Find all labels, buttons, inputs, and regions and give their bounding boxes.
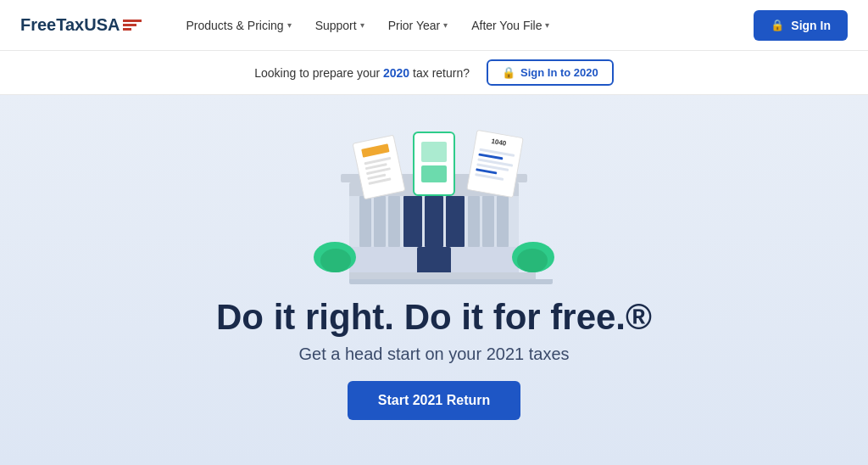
banner: Looking to prepare your 2020 tax return?…: [0, 51, 868, 95]
sign-in-button[interactable]: 🔒 Sign In: [754, 10, 848, 41]
chevron-down-icon: ▾: [287, 20, 292, 30]
hero-illustration: 1040: [290, 132, 578, 284]
logo[interactable]: FreeTaxUSA: [20, 15, 142, 35]
lock-icon: 🔒: [502, 66, 515, 79]
start-return-button[interactable]: Start 2021 Return: [348, 381, 521, 420]
chevron-down-icon: ▾: [360, 20, 364, 30]
banner-text: Looking to prepare your 2020 tax return?: [254, 66, 470, 80]
nav-links: Products & Pricing ▾ Support ▾ Prior Yea…: [175, 12, 754, 39]
sign-in-2020-button[interactable]: 🔒 Sign In to 2020: [487, 59, 614, 86]
navbar: FreeTaxUSA Products & Pricing ▾ Support …: [0, 0, 868, 51]
logo-flag-icon: [123, 20, 142, 31]
lock-icon: 🔒: [771, 19, 784, 31]
chevron-down-icon: ▾: [443, 20, 448, 30]
nav-item-after-you-file[interactable]: After You File ▾: [461, 12, 559, 39]
nav-item-prior-year[interactable]: Prior Year ▾: [378, 12, 458, 39]
chevron-down-icon: ▾: [545, 20, 549, 30]
logo-text: FreeTaxUSA: [20, 15, 120, 35]
nav-item-products-pricing[interactable]: Products & Pricing ▾: [175, 12, 301, 39]
nav-item-support[interactable]: Support ▾: [305, 12, 375, 39]
hero-section: 1040: [0, 95, 868, 465]
hero-subtitle: Get a head start on your 2021 taxes: [298, 345, 569, 364]
building-icon: [349, 182, 519, 284]
hero-title: Do it right. Do it for free.®: [216, 298, 652, 337]
doc-phone-icon: [413, 132, 455, 196]
bush-right-icon: [512, 242, 554, 272]
